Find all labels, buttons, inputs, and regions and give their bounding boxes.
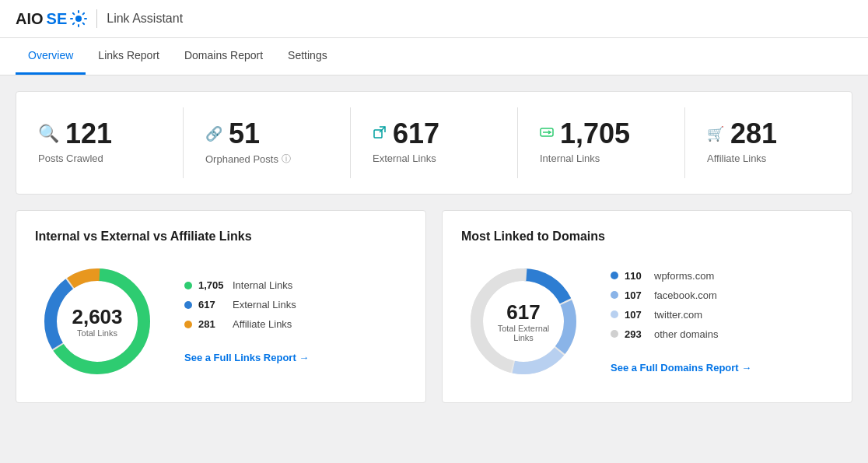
svg-rect-7	[70, 18, 73, 19]
external-label: External Links	[233, 299, 296, 310]
orphaned-posts-number: 51	[229, 120, 260, 148]
links-donut-wrapper: 2,603 Total Links	[35, 259, 159, 384]
external-dot	[184, 301, 192, 309]
svg-rect-4	[82, 22, 85, 25]
app-title: Link Assistant	[107, 12, 183, 26]
posts-crawled-number: 121	[65, 120, 112, 148]
gear-icon	[70, 10, 87, 27]
domains-total-number: 617	[492, 301, 555, 324]
svg-rect-5	[78, 24, 79, 27]
links-chart-content: 2,603 Total Links 1,705 Internal Links 6…	[35, 259, 407, 384]
affiliate-count: 281	[198, 318, 226, 330]
links-legend: 1,705 Internal Links 617 External Links …	[184, 279, 309, 363]
other-dot	[611, 330, 618, 338]
legend-external: 617 External Links	[184, 299, 309, 310]
twitter-name: twitter.com	[654, 309, 702, 321]
wpforms-dot	[611, 272, 618, 279]
charts-row: Internal vs External vs Affiliate Links	[16, 210, 852, 403]
wpforms-name: wpforms.com	[654, 270, 714, 282]
stat-external-links: 617 External Links	[351, 107, 518, 178]
facebook-name: facebook.com	[654, 289, 717, 301]
twitter-count: 107	[625, 309, 648, 321]
internal-link-icon	[540, 125, 554, 143]
cart-icon: 🛒	[707, 125, 724, 142]
links-full-report-link[interactable]: See a Full Links Report →	[184, 352, 309, 363]
domains-chart-card: Most Linked to Domains	[442, 210, 852, 403]
domains-legend: 110 wpforms.com 107 facebook.com 107 twi…	[611, 270, 751, 374]
other-count: 293	[625, 328, 648, 340]
broken-link-icon: 🔗	[205, 125, 222, 142]
navigation: Overview Links Report Domains Report Set…	[0, 38, 868, 75]
svg-rect-2	[82, 12, 85, 16]
external-links-label: External Links	[373, 153, 436, 164]
affiliate-links-label: Affiliate Links	[707, 153, 766, 164]
svg-rect-3	[84, 18, 87, 19]
links-chart-card: Internal vs External vs Affiliate Links	[16, 210, 426, 403]
links-chart-title: Internal vs External vs Affiliate Links	[35, 230, 407, 244]
stat-posts-crawled: 🔍 121 Posts Crawled	[16, 107, 184, 178]
help-icon: ⓘ	[282, 153, 291, 166]
domains-donut-wrapper: 617 Total External Links	[461, 259, 586, 384]
domains-total-label: Total External Links	[492, 323, 555, 342]
search-icon: 🔍	[38, 124, 59, 144]
donut-center: 2,603 Total Links	[72, 306, 122, 338]
facebook-dot	[611, 291, 618, 299]
header-divider	[96, 9, 97, 28]
affiliate-dot	[184, 321, 192, 328]
affiliate-label: Affiliate Links	[233, 318, 292, 330]
nav-links-report[interactable]: Links Report	[86, 38, 172, 75]
wpforms-count: 110	[625, 270, 648, 282]
logo: AIOSE	[16, 10, 87, 28]
svg-rect-1	[78, 10, 79, 13]
legend-affiliate: 281 Affiliate Links	[184, 318, 309, 330]
internal-links-label: Internal Links	[540, 153, 600, 164]
other-name: other domains	[654, 328, 718, 340]
internal-label: Internal Links	[233, 279, 292, 291]
domain-twitter: 107 twitter.com	[611, 309, 751, 321]
domain-other: 293 other domains	[611, 328, 751, 340]
svg-rect-6	[72, 22, 75, 25]
stat-orphaned-posts: 🔗 51 Orphaned Posts ⓘ	[184, 107, 351, 178]
affiliate-links-number: 281	[730, 120, 777, 148]
nav-overview[interactable]: Overview	[16, 38, 86, 75]
domain-wpforms: 110 wpforms.com	[611, 270, 751, 282]
domains-chart-title: Most Linked to Domains	[461, 230, 833, 244]
internal-count: 1,705	[198, 279, 226, 291]
posts-crawled-label: Posts Crawled	[38, 153, 103, 164]
domains-chart-content: 617 Total External Links 110 wpforms.com…	[461, 259, 833, 384]
external-link-icon	[373, 125, 387, 143]
external-links-number: 617	[393, 120, 439, 148]
domains-full-report-link[interactable]: See a Full Domains Report →	[611, 362, 751, 374]
orphaned-posts-label: Orphaned Posts ⓘ	[205, 153, 291, 166]
stats-card: 🔍 121 Posts Crawled 🔗 51 Orphaned Posts …	[16, 91, 852, 195]
internal-links-number: 1,705	[560, 120, 630, 148]
stat-affiliate-links: 🛒 281 Affiliate Links	[685, 107, 852, 178]
svg-rect-8	[72, 12, 75, 16]
facebook-count: 107	[625, 289, 648, 301]
domains-donut-center: 617 Total External Links	[492, 301, 555, 342]
stat-internal-links: 1,705 Internal Links	[518, 107, 685, 178]
internal-dot	[184, 282, 192, 289]
domain-facebook: 107 facebook.com	[611, 289, 751, 301]
external-count: 617	[198, 299, 226, 310]
links-total-number: 2,603	[72, 306, 122, 328]
svg-point-0	[75, 16, 82, 22]
nav-settings[interactable]: Settings	[275, 38, 340, 75]
app-header: AIOSE Link Assistant	[0, 0, 868, 38]
main-content: 🔍 121 Posts Crawled 🔗 51 Orphaned Posts …	[0, 75, 868, 419]
legend-internal: 1,705 Internal Links	[184, 279, 309, 291]
links-total-label: Total Links	[72, 328, 122, 337]
twitter-dot	[611, 310, 618, 318]
nav-domains-report[interactable]: Domains Report	[172, 38, 275, 75]
